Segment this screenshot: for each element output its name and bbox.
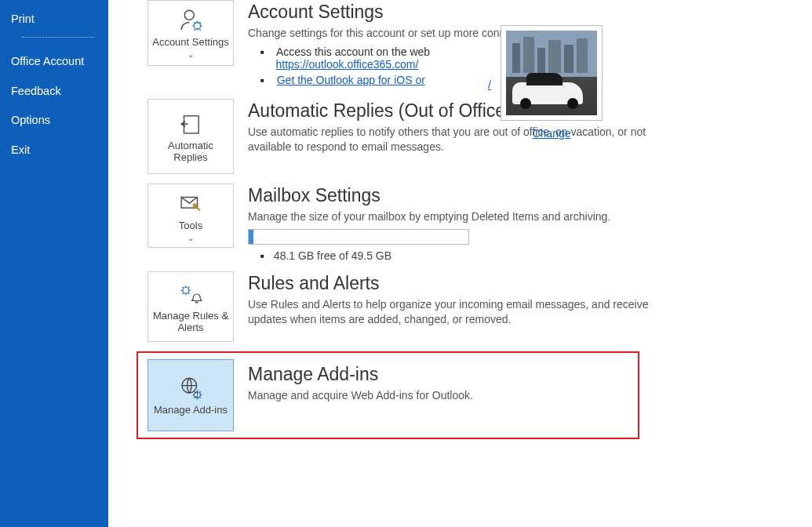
section-automatic-replies: Automatic Replies Automatic Replies (Out…: [147, 99, 812, 174]
globe-gear-icon: [177, 375, 204, 402]
section-desc-rules: Use Rules and Alerts to help organize yo…: [248, 297, 679, 327]
svg-point-0: [184, 10, 194, 20]
section-desc-addins: Manage and acquire Web Add-ins for Outlo…: [248, 388, 638, 403]
tile-label: Account Settings ⌄: [151, 37, 230, 60]
section-title-rules: Rules and Alerts: [248, 273, 679, 294]
section-desc-autoreply: Use automatic replies to notify others t…: [248, 125, 679, 154]
tile-label: Manage Rules & Alerts: [151, 311, 230, 334]
sidebar-item-exit[interactable]: Exit: [0, 136, 108, 165]
backstage-sidebar: Print Office Account Feedback Options Ex…: [0, 0, 108, 527]
section-title-autoreply: Automatic Replies (Out of Office): [248, 100, 679, 122]
section-desc-account: Change settings for this account or set …: [248, 26, 679, 41]
section-title-account: Account Settings: [248, 2, 679, 23]
access-web-label: Access this account on the web: [276, 45, 430, 58]
section-account-settings: Account Settings ⌄ Account Settings Chan…: [147, 0, 812, 89]
main-content: Account Settings ⌄ Account Settings Chan…: [108, 0, 812, 527]
mailbox-usage-fill: [249, 230, 253, 244]
section-title-addins: Manage Add-ins: [248, 364, 638, 385]
owa-url-link[interactable]: https://outlook.office365.com/: [275, 58, 418, 71]
account-photo-box: Change: [501, 25, 603, 140]
envelope-wrench-icon: [177, 191, 204, 217]
tile-label: Tools: [179, 220, 202, 232]
sidebar-divider: [22, 37, 94, 38]
tile-label: Manage Add-ins: [154, 405, 228, 416]
auto-reply-icon: [177, 111, 204, 137]
account-photo: [506, 31, 597, 115]
get-app-link[interactable]: Get the Outlook app for iOS or: [277, 74, 425, 86]
svg-point-5: [183, 287, 189, 293]
mailbox-storage-text: 48.1 GB free of 49.5 GB: [248, 249, 679, 262]
section-desc-mailbox: Manage the size of your mailbox by empty…: [248, 209, 679, 224]
tile-account-settings[interactable]: Account Settings ⌄: [147, 0, 234, 66]
sidebar-item-office-account[interactable]: Office Account: [0, 47, 108, 76]
sidebar-item-print[interactable]: Print: [0, 5, 108, 34]
account-photo-frame: [501, 25, 603, 121]
tile-tools[interactable]: Tools ⌄: [147, 184, 234, 248]
section-title-mailbox: Mailbox Settings: [248, 185, 679, 206]
chevron-down-icon: ⌄: [188, 234, 194, 242]
person-gear-icon: [177, 7, 204, 34]
svg-point-4: [193, 203, 197, 207]
tile-label: Automatic Replies: [151, 140, 230, 164]
section-rules-alerts: Manage Rules & Alerts Rules and Alerts U…: [147, 271, 812, 342]
tile-rules-alerts[interactable]: Manage Rules & Alerts: [147, 271, 234, 342]
svg-rect-2: [184, 116, 199, 133]
sidebar-item-feedback[interactable]: Feedback: [0, 77, 108, 106]
gear-bell-icon: [177, 281, 204, 307]
tile-manage-addins[interactable]: Manage Add-ins: [147, 359, 234, 431]
highlight-manage-addins: Manage Add-ins Manage Add-ins Manage and…: [137, 351, 639, 439]
tile-automatic-replies[interactable]: Automatic Replies: [147, 99, 234, 174]
section-mailbox-settings: Tools ⌄ Mailbox Settings Manage the size…: [147, 184, 812, 262]
chevron-down-icon: ⌄: [188, 50, 194, 59]
change-photo-link[interactable]: Change: [501, 127, 603, 140]
url-fragment: /: [488, 78, 491, 91]
mailbox-usage-bar: [248, 229, 469, 245]
sidebar-item-options[interactable]: Options: [0, 106, 108, 135]
